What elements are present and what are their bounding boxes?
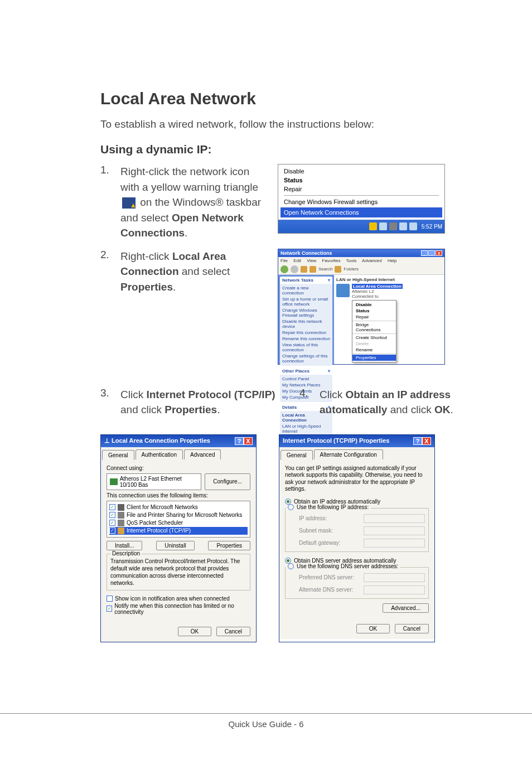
menu-advanced[interactable]: Advanced <box>362 258 382 263</box>
ctx-properties[interactable]: Properties <box>352 355 396 361</box>
ok-button[interactable]: OK <box>356 624 390 633</box>
checkbox[interactable]: ✓ <box>109 504 115 510</box>
tray-monitor-icon[interactable] <box>399 222 407 230</box>
chevron-icon[interactable]: ▾ <box>328 278 330 283</box>
advanced-button[interactable]: Advanced... <box>383 603 429 613</box>
checkbox[interactable]: ✓ <box>109 520 115 526</box>
close-button[interactable]: X <box>244 437 253 445</box>
menu-file[interactable]: File <box>280 258 288 263</box>
ctx-shortcut[interactable]: Create Shortcut <box>352 335 396 341</box>
folders-icon[interactable] <box>335 266 341 273</box>
menu-view[interactable]: View <box>307 258 316 263</box>
menu-edit[interactable]: Edit <box>293 258 301 263</box>
ctx-disable[interactable]: Disable <box>352 302 396 308</box>
menu-item-open-connections[interactable]: Open Network Connections <box>280 207 442 217</box>
checkbox[interactable]: ✓ <box>109 527 115 534</box>
back-button[interactable] <box>280 265 288 273</box>
close-button[interactable]: X <box>422 437 431 445</box>
checkbox[interactable]: ✓ <box>109 512 115 518</box>
step-3-text: Click Internet Protocol (TCP/IP) and cli… <box>120 387 283 418</box>
tray-icon[interactable] <box>389 222 397 230</box>
install-button[interactable]: Install... <box>107 541 142 550</box>
task-link[interactable]: Create a new connection <box>282 285 330 296</box>
step-number: 1. <box>100 164 113 241</box>
minimize-button[interactable]: _ <box>421 250 428 256</box>
step-1-text: Right-click the network icon with a yell… <box>120 164 268 241</box>
other-places-header: Other Places <box>282 369 309 374</box>
ip-address-input <box>364 514 425 523</box>
ok-button[interactable]: OK <box>178 627 211 636</box>
checkbox-notify[interactable]: ✓ <box>107 606 112 612</box>
tab-general[interactable]: General <box>102 450 134 460</box>
ctx-bridge[interactable]: Bridge Connections <box>352 322 396 333</box>
ctx-delete: Delete <box>352 341 396 347</box>
close-button[interactable]: X <box>436 250 442 256</box>
menu-item-firewall[interactable]: Change Windows Firewall settings <box>284 197 439 206</box>
list-item[interactable]: ✓QoS Packet Scheduler <box>109 519 248 527</box>
checkbox-show-icon[interactable] <box>107 596 113 602</box>
help-button[interactable]: ? <box>235 437 244 445</box>
cancel-button[interactable]: Cancel <box>216 627 250 636</box>
uninstall-button[interactable]: Uninstall <box>156 541 194 550</box>
ctx-rename[interactable]: Rename <box>352 347 396 353</box>
task-link[interactable]: Change settings of this connection <box>282 353 330 364</box>
menu-separator <box>352 354 396 354</box>
radio-button[interactable] <box>288 563 294 569</box>
menu-item-status[interactable]: Status <box>284 176 439 185</box>
radio-button[interactable] <box>288 504 294 510</box>
menu-item-repair[interactable]: Repair <box>284 185 439 193</box>
menu-separator <box>284 195 439 196</box>
client-icon <box>118 504 124 511</box>
list-item-tcpip[interactable]: ✓Internet Protocol (TCP/IP) <box>109 527 248 535</box>
connection-item[interactable]: Local Area Connection Attansic L2 Connec… <box>336 284 442 362</box>
screenshot-taskbar-menu: Disable Status Repair Change Windows Fir… <box>278 164 445 234</box>
search-icon[interactable] <box>309 266 316 273</box>
properties-button[interactable]: Properties <box>208 541 250 550</box>
chevron-icon[interactable]: ▾ <box>328 369 330 374</box>
ctx-repair[interactable]: Repair <box>352 314 396 320</box>
tab-advanced[interactable]: Advanced <box>184 449 221 459</box>
menu-help[interactable]: Help <box>388 258 396 263</box>
tray-icon[interactable] <box>379 222 387 230</box>
task-link[interactable]: Repair this connection <box>282 330 330 336</box>
uses-items-label: This connection uses the following items… <box>107 492 250 498</box>
menu-favorites[interactable]: Favorites <box>322 258 341 263</box>
task-link[interactable]: Disable this network device <box>282 318 330 330</box>
subnet-input <box>364 526 425 535</box>
items-list: ✓Client for Microsoft Networks ✓File and… <box>107 501 250 538</box>
maximize-button[interactable]: □ <box>428 250 435 256</box>
window-title: Network Connections <box>280 250 332 256</box>
list-item[interactable]: ✓File and Printer Sharing for Microsoft … <box>109 511 248 519</box>
up-button[interactable] <box>301 266 307 273</box>
folders-label: Folders <box>344 267 359 272</box>
tab-authentication[interactable]: Authentication <box>136 449 183 459</box>
gateway-input <box>364 539 425 548</box>
screenshot-network-connections: Network Connections _□X File Edit View F… <box>278 249 445 365</box>
pref-dns-input <box>364 573 425 582</box>
forward-button[interactable] <box>291 265 298 273</box>
list-item[interactable]: ✓Client for Microsoft Networks <box>109 504 248 511</box>
radio-use-dns[interactable]: Use the following DNS server addresses: <box>286 563 400 569</box>
help-button[interactable]: ? <box>413 437 422 445</box>
main-pane: LAN or High-Speed Internet Local Area Co… <box>334 275 444 364</box>
task-link[interactable]: Change Windows Firewall settings <box>282 307 330 318</box>
ctx-status[interactable]: Status <box>352 308 396 314</box>
menu-item-disable[interactable]: Disable <box>284 167 439 176</box>
step-number: 4. <box>299 387 312 418</box>
tray-warning-icon[interactable] <box>369 222 377 230</box>
tab-general[interactable]: General <box>280 450 313 460</box>
gateway-label: Default gateway: <box>299 540 341 546</box>
place-link[interactable]: Control Panel <box>282 376 330 382</box>
radio-use-ip[interactable]: Use the following IP address: <box>286 504 371 510</box>
task-link[interactable]: View status of this connection <box>282 342 330 353</box>
tray-monitor-icon[interactable] <box>409 222 417 230</box>
tab-alternate[interactable]: Alternate Configuration <box>314 449 383 459</box>
configure-button[interactable]: Configure... <box>205 473 250 490</box>
cancel-button[interactable]: Cancel <box>395 624 429 633</box>
tab-row: General Alternate Configuration <box>279 447 434 459</box>
task-link[interactable]: Rename this connection <box>282 336 330 342</box>
menu-bar: File Edit View Favorites Tools Advanced … <box>278 257 444 264</box>
nic-field: Atheros L2 Fast Ethernet 10/100 Bas <box>107 473 201 490</box>
menu-tools[interactable]: Tools <box>346 258 357 263</box>
task-link[interactable]: Set up a home or small office network <box>282 296 330 307</box>
